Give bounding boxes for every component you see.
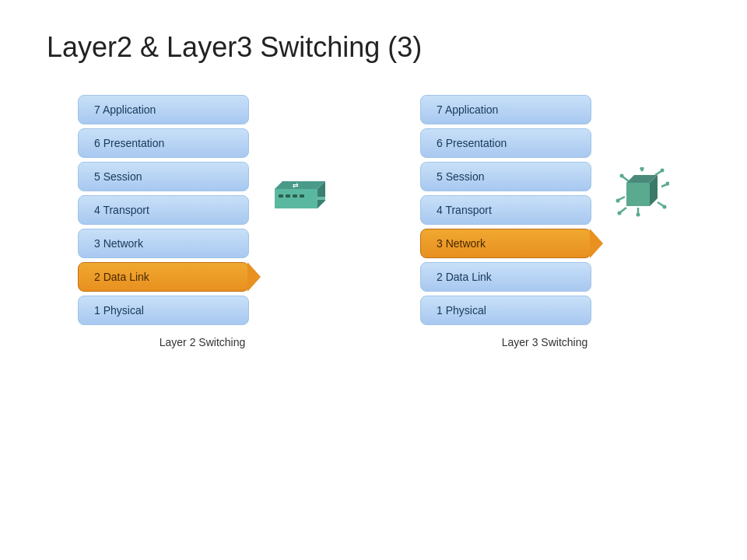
- layer3-diagram: 7 Application 6 Presentation 5 Session 4…: [420, 95, 669, 348]
- layer3-network: 3 Network: [420, 229, 591, 258]
- layer2-network: 3 Network: [78, 229, 249, 258]
- layer2-session: 5 Session: [78, 162, 249, 191]
- layer2-datalink: 2 Data Link: [78, 262, 249, 292]
- svg-point-27: [620, 174, 624, 178]
- svg-point-26: [616, 199, 620, 203]
- layer2-stack-with-icon: 7 Application 6 Presentation 5 Session 4…: [78, 95, 327, 325]
- svg-line-15: [661, 184, 667, 187]
- layer3-application: 7 Application: [420, 95, 591, 124]
- layer2-application: 7 Application: [78, 95, 249, 124]
- svg-rect-5: [293, 194, 297, 198]
- svg-point-28: [661, 169, 665, 173]
- svg-point-25: [637, 213, 640, 217]
- layer2-physical: 1 Physical: [78, 296, 249, 325]
- svg-line-16: [658, 202, 664, 206]
- layer3-label: Layer 3 Switching: [502, 336, 588, 348]
- layer3-transport: 4 Transport: [420, 195, 591, 225]
- svg-point-29: [618, 212, 622, 215]
- page-title: Layer2 & Layer3 Switching (3): [0, 0, 747, 79]
- layer3-stack: 7 Application 6 Presentation 5 Session 4…: [420, 95, 591, 325]
- svg-marker-0: [275, 181, 325, 189]
- svg-marker-1: [275, 189, 317, 208]
- svg-line-21: [620, 208, 626, 212]
- svg-line-19: [622, 177, 629, 181]
- layer3-session: 5 Session: [420, 162, 591, 191]
- switch-icon: ⇄: [265, 171, 327, 226]
- svg-text:⇄: ⇄: [293, 181, 299, 189]
- router-icon: [607, 167, 669, 229]
- svg-line-18: [619, 197, 625, 200]
- svg-marker-10: [626, 183, 650, 206]
- svg-point-24: [663, 205, 667, 209]
- layer3-stack-with-icon: 7 Application 6 Presentation 5 Session 4…: [420, 95, 669, 325]
- svg-rect-6: [300, 194, 304, 198]
- layer2-presentation: 6 Presentation: [78, 128, 249, 158]
- layer3-presentation: 6 Presentation: [420, 128, 591, 158]
- svg-rect-3: [279, 194, 283, 198]
- svg-rect-4: [286, 194, 290, 198]
- layer2-stack: 7 Application 6 Presentation 5 Session 4…: [78, 95, 249, 325]
- layer2-label: Layer 2 Switching: [160, 336, 246, 348]
- layer3-physical: 1 Physical: [420, 296, 591, 325]
- layer3-datalink: 2 Data Link: [420, 262, 591, 292]
- svg-line-20: [655, 171, 661, 175]
- layer2-transport: 4 Transport: [78, 195, 249, 225]
- diagrams-container: 7 Application 6 Presentation 5 Session 4…: [0, 79, 747, 348]
- layer2-diagram: 7 Application 6 Presentation 5 Session 4…: [78, 95, 327, 348]
